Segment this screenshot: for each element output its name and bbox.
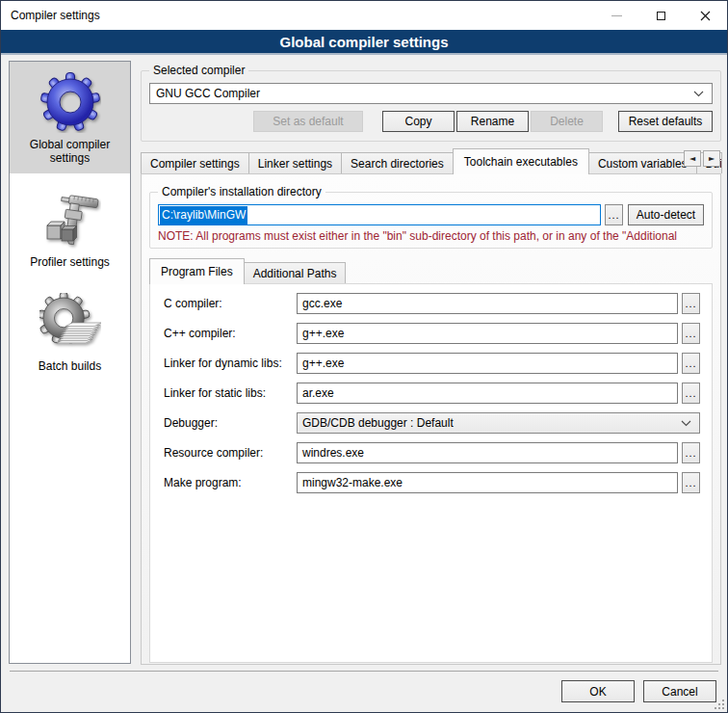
sidebar-item-label: Profiler settings <box>30 255 110 269</box>
tab-additional-paths[interactable]: Additional Paths <box>244 262 347 283</box>
settings-category-list: Global compiler settings <box>9 61 131 664</box>
tab-custom-variables[interactable]: Custom variables <box>588 152 697 173</box>
tab-scroll-buttons: ◄ ► <box>684 150 720 167</box>
chevron-down-icon <box>693 91 704 97</box>
caliper-icon <box>39 189 101 251</box>
auto-detect-button[interactable]: Auto-detect <box>628 204 704 225</box>
cancel-button[interactable]: Cancel <box>643 680 716 702</box>
maximize-button[interactable] <box>638 1 683 30</box>
minimize-button[interactable] <box>594 1 638 30</box>
field-label: Linker for dynamic libs: <box>164 356 297 370</box>
title-bar: Compiler settings <box>1 1 727 30</box>
resource-compiler-input[interactable]: windres.exe <box>297 442 678 463</box>
toolchain-executables-page: Compiler's installation directory C:\ray… <box>141 173 721 665</box>
field-label: Linker for static libs: <box>164 386 297 400</box>
bin-subdirectory-note: NOTE: All programs must exist either in … <box>158 229 704 243</box>
form-row-dynamic-linker: Linker for dynamic libs: g++.exe ... <box>164 353 700 374</box>
programs-notebook: Program Files Additional Paths C compile… <box>149 258 713 663</box>
field-value: gcc.exe <box>302 297 342 310</box>
minimize-icon <box>611 15 622 16</box>
dialog-footer: OK Cancel <box>1 671 727 712</box>
static-linker-input[interactable]: ar.exe <box>297 383 678 404</box>
debugger-select[interactable]: GDB/CDB debugger : Default <box>297 412 700 434</box>
compiler-select-value: GNU GCC Compiler <box>156 87 260 100</box>
gray-gear-stack-icon <box>39 293 101 355</box>
browse-directory-button[interactable]: ... <box>605 204 623 225</box>
field-label: C compiler: <box>164 297 297 310</box>
field-value: g++.exe <box>302 356 344 370</box>
tab-scroll-left-button[interactable]: ◄ <box>684 150 701 167</box>
field-label: Resource compiler: <box>164 446 297 460</box>
sidebar-item-profiler-settings[interactable]: Profiler settings <box>10 173 130 277</box>
chevron-down-icon <box>681 420 691 427</box>
window-title: Compiler settings <box>1 9 100 22</box>
installation-directory-row: C:\raylib\MinGW ... Auto-detect <box>158 204 704 225</box>
form-row-make-program: Make program: mingw32-make.exe ... <box>164 472 700 493</box>
browse-make-program-button[interactable]: ... <box>682 472 700 493</box>
ok-button[interactable]: OK <box>561 680 635 702</box>
compiler-buttons: Set as default Copy Rename Delete Reset … <box>149 111 713 132</box>
browse-dynamic-linker-button[interactable]: ... <box>682 353 700 374</box>
tab-scroll-right-button[interactable]: ► <box>703 150 720 167</box>
field-label: C++ compiler: <box>164 327 297 340</box>
sidebar-item-batch-builds[interactable]: Batch builds <box>10 277 130 382</box>
field-value: mingw32-make.exe <box>302 476 403 489</box>
browse-static-linker-button[interactable]: ... <box>682 383 700 404</box>
form-row-static-linker: Linker for static libs: ar.exe ... <box>164 383 700 404</box>
window-controls <box>594 1 727 30</box>
installation-directory-group: Compiler's installation directory C:\ray… <box>149 192 713 249</box>
dynamic-linker-input[interactable]: g++.exe <box>297 353 678 374</box>
make-program-input[interactable]: mingw32-make.exe <box>297 472 678 493</box>
field-value: windres.exe <box>302 446 364 460</box>
tab-linker-settings[interactable]: Linker settings <box>248 152 342 173</box>
sidebar-item-global-compiler-settings[interactable]: Global compiler settings <box>10 62 130 173</box>
settings-tabs: Compiler settings Linker settings Search… <box>141 148 721 173</box>
main-panel: Selected compiler GNU GCC Compiler Set a… <box>141 59 721 665</box>
selected-compiler-group: Selected compiler GNU GCC Compiler Set a… <box>141 70 721 142</box>
sidebar-item-label: Batch builds <box>39 359 101 373</box>
field-value: ar.exe <box>302 386 334 400</box>
selected-text: C:\raylib\MinGW <box>160 206 247 224</box>
tab-compiler-settings[interactable]: Compiler settings <box>141 152 249 173</box>
field-label: Make program: <box>164 476 297 489</box>
tab-program-files[interactable]: Program Files <box>149 258 245 284</box>
dialog-header: Global compiler settings <box>1 30 727 55</box>
field-label: Debugger: <box>164 416 297 430</box>
group-label: Compiler's installation directory <box>158 185 325 198</box>
blue-gear-icon <box>39 71 101 133</box>
form-row-c-compiler: C compiler: gcc.exe ... <box>164 293 700 314</box>
browse-cpp-compiler-button[interactable]: ... <box>682 323 700 344</box>
c-compiler-input[interactable]: gcc.exe <box>297 293 678 314</box>
cpp-compiler-input[interactable]: g++.exe <box>297 323 678 344</box>
form-row-debugger: Debugger: GDB/CDB debugger : Default <box>164 412 700 434</box>
browse-c-compiler-button[interactable]: ... <box>682 293 700 314</box>
tab-toolchain-executables[interactable]: Toolchain executables <box>453 148 589 174</box>
delete-button[interactable]: Delete <box>531 111 603 132</box>
sidebar-item-label: Global compiler settings <box>12 138 128 165</box>
reset-defaults-button[interactable]: Reset defaults <box>618 111 713 132</box>
close-button[interactable] <box>683 1 727 30</box>
form-row-cpp-compiler: C++ compiler: g++.exe ... <box>164 323 700 344</box>
programs-tabs: Program Files Additional Paths <box>149 258 713 283</box>
rename-button[interactable]: Rename <box>456 111 529 132</box>
close-icon <box>700 11 711 21</box>
maximize-icon <box>657 12 665 20</box>
copy-button[interactable]: Copy <box>382 111 455 132</box>
installation-directory-input[interactable]: C:\raylib\MinGW <box>158 204 601 225</box>
dialog-content: Global compiler settings <box>1 57 727 671</box>
field-value: GDB/CDB debugger : Default <box>302 416 454 430</box>
browse-resource-compiler-button[interactable]: ... <box>682 442 700 463</box>
field-value: g++.exe <box>302 327 344 340</box>
page-title: Global compiler settings <box>279 34 448 50</box>
program-files-page: C compiler: gcc.exe ... C++ compiler: g+… <box>149 283 713 663</box>
resize-grip[interactable] <box>714 699 725 710</box>
tab-search-directories[interactable]: Search directories <box>341 152 454 173</box>
compiler-settings-dialog: Compiler settings Global compiler settin… <box>0 0 728 713</box>
group-label: Selected compiler <box>149 64 248 77</box>
form-row-resource-compiler: Resource compiler: windres.exe ... <box>164 442 700 463</box>
compiler-select[interactable]: GNU GCC Compiler <box>149 83 713 104</box>
set-as-default-button[interactable]: Set as default <box>253 111 363 132</box>
